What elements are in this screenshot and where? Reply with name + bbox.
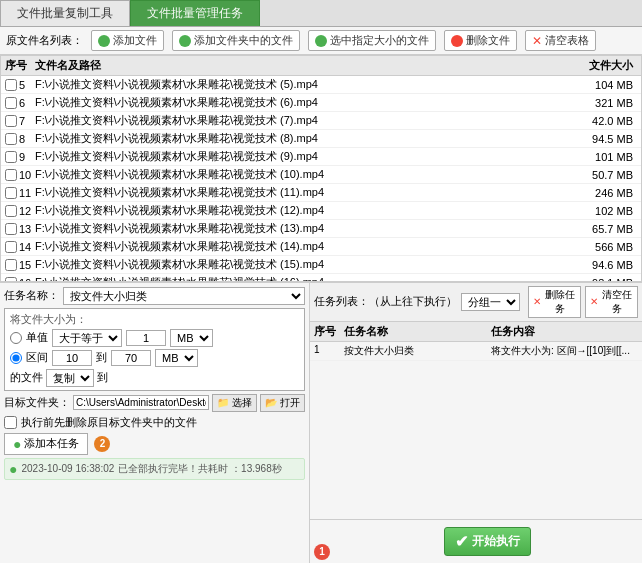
file-size: 104 MB xyxy=(557,79,637,91)
delete-before-label: 执行前先删除原目标文件夹中的文件 xyxy=(21,415,197,430)
col-size: 文件大小 xyxy=(557,58,637,73)
add-from-folder-button[interactable]: 添加文件夹中的文件 xyxy=(172,30,300,51)
bottom-area: 任务名称： 按文件大小归类 将文件大小为： 单值 大于等于 MB xyxy=(0,282,642,563)
right-toolbar: 任务列表：（从上往下执行） 分组一 ✕ 删除任务 ✕ 清空任务 xyxy=(310,283,642,322)
file-size: 93.1 MB xyxy=(557,277,637,281)
execute-button[interactable]: ✔ 开始执行 xyxy=(444,527,531,556)
row-id: 5 xyxy=(19,79,25,91)
delete-file-button[interactable]: 删除文件 xyxy=(444,30,517,51)
single-radio[interactable] xyxy=(10,332,22,344)
open-folder-button[interactable]: 📂 打开 xyxy=(260,394,305,412)
row-checkbox[interactable] xyxy=(5,187,17,199)
row-id: 8 xyxy=(19,133,25,145)
task-col-id: 序号 xyxy=(314,324,344,339)
check-icon: ✔ xyxy=(455,532,468,551)
file-size: 42.0 MB xyxy=(557,115,637,127)
action-op-select[interactable]: 复制 xyxy=(46,369,94,387)
clear-icon: ✕ xyxy=(532,34,542,48)
single-value-input[interactable] xyxy=(126,330,166,346)
task-name-label: 任务名称： xyxy=(4,288,59,303)
status-row: ● 2023-10-09 16:38:02 已全部执行完毕！共耗时 ：13.96… xyxy=(4,458,305,480)
clear-task-icon: ✕ xyxy=(590,296,598,307)
file-size: 65.7 MB xyxy=(557,223,637,235)
row-id: 10 xyxy=(19,169,31,181)
table-row: 13 F:\小说推文资料\小说视频素材\水果雕花\视觉技术 (13).mp4 6… xyxy=(1,220,641,238)
dest-input[interactable] xyxy=(73,395,209,410)
add-task-button[interactable]: ● 添加本任务 xyxy=(4,433,88,455)
row-checkbox[interactable] xyxy=(5,151,17,163)
annotation-2: 2 xyxy=(94,436,110,452)
task-id: 1 xyxy=(314,344,344,355)
status-icon: ● xyxy=(9,461,17,477)
table-row: 8 F:\小说推文资料\小说视频素材\水果雕花\视觉技术 (8).mp4 94.… xyxy=(1,130,641,148)
delete-before-checkbox[interactable] xyxy=(4,416,17,429)
range-radio[interactable] xyxy=(10,352,22,364)
action-label: 的文件 xyxy=(10,370,43,385)
row-checkbox[interactable] xyxy=(5,259,17,271)
row-checkbox[interactable] xyxy=(5,115,17,127)
range-radio-row: 区间 到 MB xyxy=(10,349,299,367)
dest-label: 目标文件夹： xyxy=(4,395,70,410)
single-op-select[interactable]: 大于等于 xyxy=(52,329,122,347)
row-checkbox[interactable] xyxy=(5,223,17,235)
add-icon xyxy=(98,35,110,47)
annotation-1: 1 xyxy=(314,544,330,560)
main-container: 文件批量复制工具 文件批量管理任务 原文件名列表： 添加文件 添加文件夹中的文件… xyxy=(0,0,642,563)
range-to-label: 到 xyxy=(96,350,107,365)
row-id: 6 xyxy=(19,97,25,109)
row-checkbox[interactable] xyxy=(5,169,17,181)
select-size-icon xyxy=(315,35,327,47)
clear-table-button[interactable]: ✕ 清空表格 xyxy=(525,30,596,51)
task-col-name: 任务名称 xyxy=(344,324,491,339)
tab-copy-tool[interactable]: 文件批量复制工具 xyxy=(0,0,130,26)
file-name: F:\小说推文资料\小说视频素材\水果雕花\视觉技术 (7).mp4 xyxy=(35,113,557,128)
row-checkbox[interactable] xyxy=(5,205,17,217)
table-row: 16 F:\小说推文资料\小说视频素材\水果雕花\视觉技术 (16).mp4 9… xyxy=(1,274,641,281)
select-folder-button[interactable]: 📁 选择 xyxy=(212,394,257,412)
tab-batch-manage[interactable]: 文件批量管理任务 xyxy=(130,0,260,26)
range-from-input[interactable] xyxy=(52,350,92,366)
row-checkbox[interactable] xyxy=(5,133,17,145)
file-name: F:\小说推文资料\小说视频素材\水果雕花\视觉技术 (8).mp4 xyxy=(35,131,557,146)
task-row: 1 按文件大小归类 将文件大小为: 区间→[[10]到[[... xyxy=(310,342,642,361)
file-name: F:\小说推文资料\小说视频素材\水果雕花\视觉技术 (11).mp4 xyxy=(35,185,557,200)
single-label: 单值 xyxy=(26,330,48,345)
single-unit-select[interactable]: MB xyxy=(170,329,213,347)
top-tabs: 文件批量复制工具 文件批量管理任务 xyxy=(0,0,642,27)
file-size: 321 MB xyxy=(557,97,637,109)
table-row: 7 F:\小说推文资料\小说视频素材\水果雕花\视觉技术 (7).mp4 42.… xyxy=(1,112,641,130)
col-id: 序号 xyxy=(5,58,35,73)
task-name-select[interactable]: 按文件大小归类 xyxy=(63,287,305,305)
bottom-execute-area: 1 ✔ 开始执行 xyxy=(310,519,642,563)
delete-task-icon: ✕ xyxy=(533,296,541,307)
size-section: 将文件大小为： 单值 大于等于 MB 区间 xyxy=(4,308,305,391)
delete-task-button[interactable]: ✕ 删除任务 xyxy=(528,286,581,318)
row-checkbox[interactable] xyxy=(5,97,17,109)
row-checkbox[interactable] xyxy=(5,277,17,281)
file-name: F:\小说推文资料\小说视频素材\水果雕花\视觉技术 (9).mp4 xyxy=(35,149,557,164)
file-name: F:\小说推文资料\小说视频素材\水果雕花\视觉技术 (14).mp4 xyxy=(35,239,557,254)
range-label: 区间 xyxy=(26,350,48,365)
select-size-button[interactable]: 选中指定大小的文件 xyxy=(308,30,436,51)
add-file-button[interactable]: 添加文件 xyxy=(91,30,164,51)
file-name: F:\小说推文资料\小说视频素材\水果雕花\视觉技术 (10).mp4 xyxy=(35,167,557,182)
task-col-content: 任务内容 xyxy=(491,324,638,339)
row-id: 12 xyxy=(19,205,31,217)
range-unit-select[interactable]: MB xyxy=(155,349,198,367)
file-name: F:\小说推文资料\小说视频素材\水果雕花\视觉技术 (12).mp4 xyxy=(35,203,557,218)
clear-task-button[interactable]: ✕ 清空任务 xyxy=(585,286,638,318)
group-select[interactable]: 分组一 xyxy=(461,293,520,311)
add-task-icon: ● xyxy=(13,436,21,452)
right-panel-content[interactable]: 1 按文件大小归类 将文件大小为: 区间→[[10]到[[... xyxy=(310,342,642,519)
dest-row: 目标文件夹： 📁 选择 📂 打开 xyxy=(4,394,305,412)
file-name: F:\小说推文资料\小说视频素材\水果雕花\视觉技术 (6).mp4 xyxy=(35,95,557,110)
delete-icon xyxy=(451,35,463,47)
row-checkbox[interactable] xyxy=(5,79,17,91)
file-size: 246 MB xyxy=(557,187,637,199)
range-to-input[interactable] xyxy=(111,350,151,366)
task-table-header: 序号 任务名称 任务内容 xyxy=(310,322,642,342)
file-list-scroll[interactable]: 5 F:\小说推文资料\小说视频素材\水果雕花\视觉技术 (5).mp4 104… xyxy=(1,76,641,281)
row-checkbox[interactable] xyxy=(5,241,17,253)
row-id: 15 xyxy=(19,259,31,271)
add-task-row: ● 添加本任务 2 xyxy=(4,433,305,455)
